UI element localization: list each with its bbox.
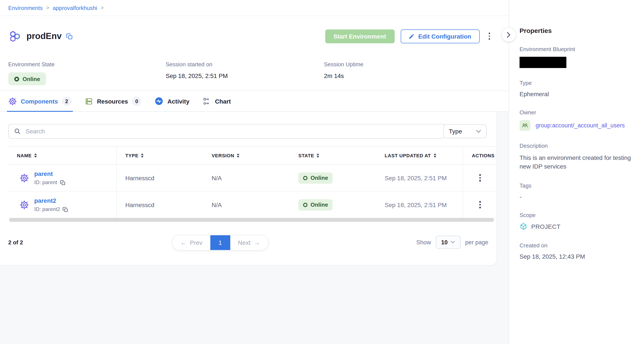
stat-environment-state: Environment State Online: [8, 61, 166, 90]
tab-activity[interactable]: Activity: [154, 91, 189, 111]
environment-header: prodEnv Start Environment Edit Configura…: [0, 16, 509, 56]
more-options-button[interactable]: [486, 30, 493, 42]
tab-resources-label: Resources: [97, 98, 128, 105]
cube-icon: [520, 223, 527, 231]
tab-resources[interactable]: Resources 0: [84, 91, 142, 111]
column-header-version[interactable]: VERSION: [203, 147, 290, 164]
environment-blueprint-redacted: [520, 57, 566, 68]
prev-page-button[interactable]: ← Prev: [172, 235, 210, 250]
header-actions: Start Environment Edit Configuration: [325, 29, 493, 43]
prev-arrow-icon: ←: [180, 239, 186, 246]
type-filter-dropdown[interactable]: Type: [443, 124, 486, 138]
status-badge: Online: [298, 172, 333, 183]
horizontal-scrollbar[interactable]: [9, 218, 494, 222]
pencil-icon: [409, 33, 415, 39]
stat-session-started: Session started on Sep 18, 2025, 2:51 PM: [166, 61, 324, 90]
activity-icon: [154, 97, 164, 106]
row-count-label: 2 of 2: [8, 239, 23, 245]
copy-id-icon[interactable]: [60, 180, 65, 185]
search-input[interactable]: [25, 127, 440, 135]
properties-panel: Properties Environment Blueprint Type Ep…: [509, 0, 644, 344]
owner-group-link[interactable]: group:account/_account_all_users: [536, 122, 625, 129]
component-name-link[interactable]: parent2: [34, 197, 68, 204]
table-row: parent2 ID: parent2: [8, 192, 497, 218]
table-row: parent ID: parent: [8, 165, 497, 192]
breadcrumb-environments[interactable]: Environments: [8, 4, 43, 11]
column-header-type[interactable]: TYPE: [117, 147, 203, 164]
copy-title-icon[interactable]: [66, 33, 73, 40]
breadcrumb-separator: >: [100, 5, 104, 11]
edit-configuration-label: Edit Configuration: [418, 33, 471, 40]
column-header-state[interactable]: STATE: [290, 147, 376, 164]
component-name-link[interactable]: parent: [34, 170, 65, 177]
environment-state-label: Environment State: [8, 61, 166, 68]
column-header-name[interactable]: NAME: [8, 147, 117, 164]
tags-value: -: [520, 193, 635, 200]
description-value: This is an environment created for testi…: [520, 153, 635, 171]
page-root: Environments > approvalforkhushi > prodE…: [0, 0, 644, 344]
show-label: Show: [416, 239, 431, 245]
session-uptime-value: 2m 14s: [324, 72, 500, 79]
cell-name: parent2 ID: parent2: [8, 192, 117, 218]
cell-last-updated: Sep 18, 2025, 2:51 PM: [376, 165, 463, 191]
online-ring-icon: [303, 176, 308, 180]
search-icon: [14, 128, 21, 135]
tab-chart[interactable]: Chart: [202, 91, 231, 111]
breadcrumb: Environments > approvalforkhushi >: [0, 0, 509, 16]
row-actions-button[interactable]: [476, 172, 484, 184]
sort-icon: [237, 153, 240, 158]
page-size-dropdown[interactable]: 10: [436, 236, 460, 249]
sort-icon: [141, 153, 144, 158]
cell-state: Online: [290, 192, 376, 218]
cell-type: Harnesscd: [117, 192, 203, 218]
breadcrumb-project[interactable]: approvalforkhushi: [53, 4, 97, 11]
tab-components-label: Components: [21, 98, 58, 105]
copy-id-icon[interactable]: [63, 206, 68, 212]
row-actions-button[interactable]: [476, 199, 484, 211]
environment-logo-icon: [8, 30, 21, 43]
pagination-pill: ← Prev 1 Next →: [172, 235, 268, 250]
resources-icon: [84, 97, 93, 105]
cell-version: N/A: [203, 165, 290, 191]
cell-actions: [463, 165, 497, 191]
start-environment-button[interactable]: Start Environment: [325, 29, 394, 43]
search-box: [8, 124, 446, 139]
tab-resources-count: 0: [132, 96, 142, 106]
tab-components[interactable]: Components 2: [8, 91, 71, 111]
cell-last-updated: Sep 18, 2025, 2:51 PM: [376, 192, 463, 218]
tab-bar: Components 2 Resources 0: [0, 91, 509, 112]
created-on-value: Sep 18, 2025, 12:43 PM: [520, 253, 635, 260]
sort-icon: [34, 153, 37, 158]
chevron-down-icon: [476, 130, 481, 133]
next-arrow-icon: →: [254, 239, 260, 246]
chevron-right-icon: [507, 32, 510, 37]
created-on-label: Created on: [520, 242, 635, 249]
environment-state-badge: Online: [8, 72, 46, 85]
description-label: Description: [520, 143, 635, 149]
page-number-button[interactable]: 1: [210, 235, 230, 250]
tags-label: Tags: [520, 182, 635, 189]
components-panel: Type NAME TYPE VERSION: [0, 112, 497, 266]
scope-value: PROJECT: [531, 223, 560, 230]
sort-icon: [434, 153, 436, 158]
component-gear-icon: [20, 173, 29, 183]
component-gear-icon: [20, 200, 29, 210]
online-ring-icon: [303, 203, 308, 207]
owner-label: Owner: [520, 109, 635, 116]
chevron-down-icon: [450, 241, 455, 244]
online-ring-icon: [14, 76, 19, 81]
environment-state-value: Online: [22, 76, 40, 82]
scope-row: PROJECT: [520, 223, 635, 231]
type-filter-label: Type: [449, 128, 462, 135]
component-id: ID: parent: [34, 179, 65, 185]
session-started-label: Session started on: [166, 61, 324, 68]
scope-label: Scope: [520, 212, 635, 218]
main-column: Environments > approvalforkhushi > prodE…: [0, 0, 509, 344]
edit-configuration-button[interactable]: Edit Configuration: [400, 29, 480, 43]
next-page-button[interactable]: Next →: [230, 235, 268, 250]
column-header-last-updated[interactable]: LAST UPDATED AT: [376, 147, 463, 164]
collapse-panel-button[interactable]: [502, 28, 516, 41]
breadcrumb-separator: >: [46, 5, 49, 11]
components-table: NAME TYPE VERSION STATE: [8, 146, 497, 218]
tab-activity-label: Activity: [168, 98, 189, 105]
